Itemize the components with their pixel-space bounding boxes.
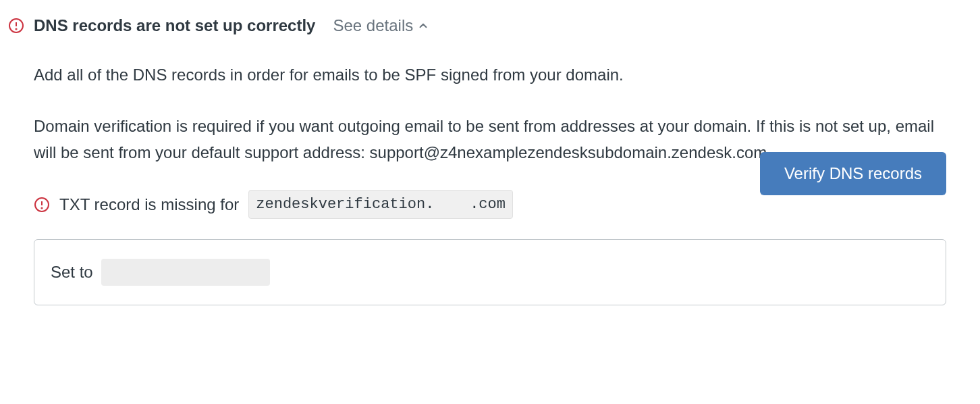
dns-warning-title: DNS records are not set up correctly xyxy=(34,14,315,38)
dns-details-content: Add all of the DNS records in order for … xyxy=(8,62,972,305)
warning-icon xyxy=(8,18,24,34)
svg-point-5 xyxy=(41,207,42,208)
chevron-up-icon xyxy=(417,20,429,32)
see-details-label: See details xyxy=(333,14,413,38)
svg-point-2 xyxy=(16,28,16,29)
set-to-label: Set to xyxy=(51,260,93,284)
warning-icon xyxy=(34,197,50,213)
dns-warning-header: DNS records are not set up correctly See… xyxy=(8,14,972,38)
txt-record-missing: TXT record is missing for zendeskverific… xyxy=(34,190,513,219)
see-details-toggle[interactable]: See details xyxy=(333,14,429,38)
txt-missing-label: TXT record is missing for xyxy=(59,193,239,217)
set-to-box: Set to xyxy=(34,239,946,305)
spf-instruction-text: Add all of the DNS records in order for … xyxy=(34,62,946,88)
verify-dns-button[interactable]: Verify DNS records xyxy=(760,152,946,195)
set-to-value-chip xyxy=(101,259,270,286)
txt-record-domain-chip: zendeskverification. .com xyxy=(248,190,513,219)
